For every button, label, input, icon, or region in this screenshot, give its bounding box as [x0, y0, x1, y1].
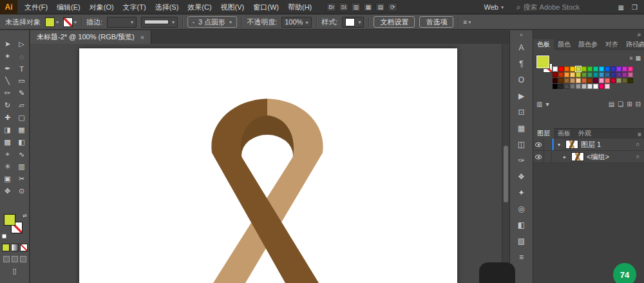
- swatch-cell[interactable]: [576, 84, 581, 89]
- tab-对齐[interactable]: 对齐: [601, 39, 622, 50]
- tab-色板[interactable]: 色板: [533, 39, 554, 50]
- swatch-cell[interactable]: [558, 84, 564, 89]
- lasso-tool[interactable]: ◌: [15, 50, 29, 63]
- swatch-cell[interactable]: [599, 66, 604, 72]
- workspace-switcher[interactable]: Web ▾: [484, 0, 504, 14]
- selection-tool[interactable]: ➤: [1, 38, 15, 50]
- swatch-cell[interactable]: [576, 78, 581, 83]
- layer-name[interactable]: 图层 1: [581, 140, 636, 150]
- arrange-documents-icon[interactable]: ▦: [618, 4, 624, 11]
- visibility-toggle[interactable]: [533, 151, 544, 162]
- graphic-styles-panel-icon[interactable]: ✦: [510, 184, 533, 200]
- links-panel-icon[interactable]: ⊡: [510, 104, 533, 120]
- none-button[interactable]: [20, 244, 28, 251]
- swatch-cell[interactable]: [622, 66, 627, 72]
- panel-menu-icon[interactable]: ≡: [638, 42, 641, 49]
- swatch-cell[interactable]: [622, 78, 627, 83]
- swatch-cell[interactable]: [576, 72, 581, 77]
- stroke-color-control[interactable]: ▾: [63, 17, 77, 27]
- menu-item[interactable]: 帮助(H): [283, 0, 316, 14]
- mesh-tool[interactable]: ▩: [1, 136, 15, 148]
- draw-normal-button[interactable]: [3, 256, 10, 262]
- libraries-menu-chevron-icon[interactable]: ▾: [545, 101, 549, 108]
- lock-toggle[interactable]: [544, 151, 552, 162]
- swatch-cell[interactable]: [582, 72, 587, 77]
- fill-color-swatch[interactable]: [45, 17, 55, 27]
- visibility-toggle[interactable]: [533, 139, 544, 150]
- scrollbar-thumb[interactable]: [504, 146, 508, 202]
- color-button[interactable]: [2, 244, 10, 251]
- close-tab-icon[interactable]: ×: [140, 34, 144, 41]
- swatch-cell[interactable]: [558, 78, 564, 83]
- swatch-cell[interactable]: [605, 78, 610, 83]
- swatch-cell[interactable]: [564, 72, 569, 77]
- swatch-cell[interactable]: [582, 84, 587, 89]
- lock-toggle[interactable]: [544, 139, 552, 150]
- target-circle-icon[interactable]: ○: [636, 153, 639, 160]
- swatch-cell[interactable]: [622, 72, 627, 77]
- swatch-cell[interactable]: [553, 72, 558, 77]
- current-fill-swatch[interactable]: [536, 55, 549, 68]
- draw-behind-button[interactable]: [12, 256, 18, 262]
- ribbon-artwork[interactable]: [79, 48, 457, 283]
- column-graph-tool[interactable]: ▥: [15, 161, 29, 173]
- swatch-cell[interactable]: [616, 72, 621, 77]
- group-thumbnail[interactable]: [571, 152, 584, 161]
- type-tool[interactable]: T: [15, 63, 29, 75]
- swatch-cell[interactable]: [570, 72, 575, 77]
- group-name[interactable]: <编组>: [587, 152, 636, 162]
- magic-wand-tool[interactable]: ✶: [1, 50, 15, 63]
- swatch-cell[interactable]: [611, 72, 616, 77]
- swatch-cell[interactable]: [593, 66, 598, 72]
- swatch-cell[interactable]: [611, 66, 616, 72]
- swatch-cell[interactable]: [558, 66, 564, 72]
- artboard-tool[interactable]: ▣: [1, 173, 15, 185]
- swatch-cell[interactable]: [593, 72, 598, 77]
- list-view-icon[interactable]: ≡: [629, 55, 632, 61]
- chevron-down-icon[interactable]: ▾: [555, 142, 563, 148]
- swatch-cell[interactable]: [628, 72, 633, 77]
- gradient-tool[interactable]: ◧: [15, 136, 29, 148]
- default-fill-stroke-icon[interactable]: [2, 234, 6, 239]
- illustrator-logo-icon[interactable]: Ai: [0, 0, 17, 14]
- pathfinder-panel-icon[interactable]: ◫: [510, 136, 533, 152]
- swatch-cell[interactable]: [570, 84, 575, 89]
- pen-tool[interactable]: ✒: [1, 63, 15, 75]
- swatch-cell[interactable]: [564, 84, 569, 89]
- document-tab[interactable]: 未标题-2* @ 100% (RGB/预览) ×: [30, 30, 151, 44]
- tab-外观[interactable]: 外观: [574, 128, 595, 139]
- tab-画板[interactable]: 画板: [554, 128, 574, 139]
- layout-columns-icon[interactable]: ▤: [375, 3, 385, 12]
- new-swatch-icon[interactable]: ⊞: [627, 101, 632, 108]
- preferences-button[interactable]: 首选项: [419, 16, 453, 28]
- color-panel-icon[interactable]: ◧: [510, 217, 533, 233]
- restore-window-icon[interactable]: ❐: [632, 4, 638, 11]
- pencil-tool[interactable]: ✎: [15, 87, 29, 99]
- menu-item[interactable]: 窗口(W): [249, 0, 283, 14]
- rectangle-tool[interactable]: ▭: [15, 75, 29, 87]
- swatch-cell[interactable]: [587, 66, 592, 72]
- menu-item[interactable]: 选择(S): [151, 0, 184, 14]
- menu-item[interactable]: 编辑(E): [52, 0, 85, 14]
- paintbrush-tool[interactable]: ✏: [1, 87, 15, 99]
- blend-tool[interactable]: ∿: [15, 148, 29, 161]
- variable-width-profile-select[interactable]: • 3 点圆形 ▾: [187, 16, 237, 28]
- swatch-cell[interactable]: [605, 84, 610, 89]
- menu-item[interactable]: 视图(V): [216, 0, 249, 14]
- menu-item[interactable]: 效果(C): [183, 0, 216, 14]
- free-transform-tool[interactable]: ▢: [15, 112, 29, 124]
- swatch-cell[interactable]: [593, 84, 598, 89]
- layer-thumbnail[interactable]: [565, 140, 578, 149]
- layout-grid-icon[interactable]: ▦: [363, 3, 373, 12]
- swatch-cell[interactable]: [616, 66, 621, 72]
- tab-图层[interactable]: 图层: [533, 128, 554, 139]
- stock-icon[interactable]: St: [339, 3, 348, 12]
- stock-search[interactable]: ⌕ 搜索 Adobe Stock: [516, 0, 580, 14]
- menu-item[interactable]: 对象(O): [85, 0, 118, 14]
- width-tool[interactable]: ✚: [1, 112, 15, 124]
- swatch-cell[interactable]: [611, 78, 616, 83]
- opacity-select[interactable]: 100% ▸: [281, 17, 312, 28]
- style-select[interactable]: ▾: [342, 17, 364, 28]
- stroke-weight-select[interactable]: ▾: [107, 17, 137, 28]
- swatch-cell[interactable]: [582, 66, 587, 72]
